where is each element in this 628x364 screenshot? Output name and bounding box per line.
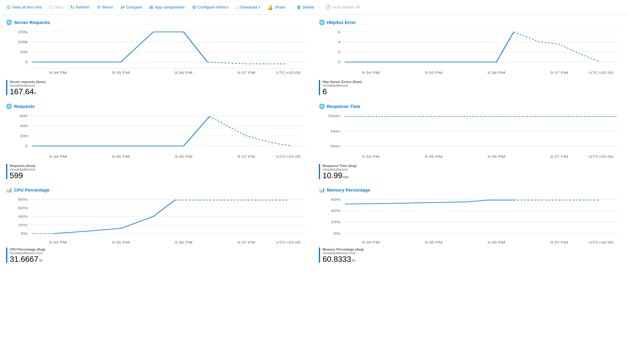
server-requests-legend: Server requests (Sum) ntnodebottleneck 1… [6,80,309,96]
delete-icon: 🗑 [297,5,301,10]
legend-bar [6,80,7,95]
svg-text:200: 200 [20,134,28,138]
svg-text:4: 4 [338,40,340,44]
view-all-icon: ⊙ [7,5,11,10]
http5xx-icon: 🌐 [319,19,325,25]
configure-metrics-btn[interactable]: ⚙ Configure metrics [189,3,232,12]
view-all-btn[interactable]: ⊙ View all test runs [4,3,45,12]
http5xx-chart: 6 4 2 0 9:34 PM 9:35 PM 9:36 PM 9:37 PM … [319,29,622,78]
share-icon: 🔔 [267,5,273,10]
svg-text:5sec: 5sec [330,129,340,133]
share-label: Share [275,5,285,9]
download-icon: ↓ [236,5,238,10]
svg-text:9:35 PM: 9:35 PM [425,71,442,75]
legend-value: 10.99sec [323,171,357,180]
legend-label: Server requests (Sum) [10,80,45,84]
svg-text:9:36 PM: 9:36 PM [175,71,192,75]
download-label: Download [239,5,257,9]
cpu-percentage-legend: CPU Percentage (Avg) ntnodebottleneck-ho… [6,248,309,264]
legend-value: 6 [323,87,362,96]
svg-text:9:34 PM: 9:34 PM [49,241,67,244]
memory-percentage-legend: Memory Percentage (Avg) ntnodebottleneck… [319,248,622,264]
svg-text:9:37 PM: 9:37 PM [550,155,568,158]
share-btn[interactable]: 🔔 Share [264,3,288,12]
svg-text:9:34 PM: 9:34 PM [49,155,67,158]
rerun-btn[interactable]: ↺ Rerun [94,3,116,12]
svg-text:UTC+02:00: UTC+02:00 [589,71,613,75]
configure-metrics-icon: ⚙ [192,5,196,10]
svg-text:9:34 PM: 9:34 PM [49,71,67,75]
response-time-chart: 10sec 5sec 0sec 9:34 PM 9:35 PM 9:36 PM … [319,113,622,161]
svg-text:9:37 PM: 9:37 PM [238,241,255,244]
refresh-label: Refresh [76,5,90,9]
svg-text:100k: 100k [17,40,28,44]
svg-text:9:34 PM: 9:34 PM [362,155,380,158]
svg-text:9:35 PM: 9:35 PM [112,71,130,75]
svg-text:9:37 PM: 9:37 PM [550,241,568,244]
legend-value: 31.6667% [10,255,45,264]
svg-text:9:37 PM: 9:37 PM [550,71,568,75]
toolbar-divider-2 [319,4,320,11]
app-components-btn[interactable]: ⊞ App components [146,3,188,12]
response-time-card: 🌐 Response Time 10sec 5sec 0sec 9:34 PM … [319,103,622,180]
memory-percentage-title: 📊 Memory Percentage [319,187,622,193]
svg-text:60%: 60% [18,206,28,210]
svg-text:20%: 20% [18,223,28,227]
download-chevron-icon: ▾ [259,5,260,9]
svg-text:2: 2 [338,50,340,54]
svg-text:40%: 40% [18,215,28,218]
memory-percentage-card: 📊 Memory Percentage 60% 40% 20% 0% 9:34 … [319,187,622,264]
stop-btn[interactable]: ☐ Stop [46,3,66,12]
svg-text:9:35 PM: 9:35 PM [425,241,442,244]
legend-bar [6,164,7,179]
svg-text:9:37 PM: 9:37 PM [238,155,255,158]
svg-text:6: 6 [338,30,340,34]
svg-text:60%: 60% [331,198,340,201]
response-time-icon: 🌐 [319,103,325,109]
memory-percentage-icon: 📊 [319,187,325,193]
legend-value: 599 [10,171,35,180]
http5xx-legend: Http Server Errors (Sum) ntnodebottlenec… [319,80,622,96]
svg-text:9:34 PM: 9:34 PM [362,71,380,75]
auto-refresh-btn[interactable]: 🕐 Auto refresh off [322,3,363,12]
http5xx-card: 🌐 Http5xx Error 6 4 2 0 9:34 PM 9:35 PM … [319,19,622,96]
toolbar-divider [291,4,291,11]
svg-text:9:35 PM: 9:35 PM [112,241,130,244]
svg-text:0: 0 [25,60,28,64]
auto-refresh-icon: 🕐 [325,5,331,10]
svg-text:80%: 80% [18,198,28,201]
svg-text:UTC+02:00: UTC+02:00 [589,155,613,158]
view-all-label: View all test runs [12,5,42,9]
download-btn[interactable]: ↓ Download ▾ [233,3,263,12]
rerun-icon: ↺ [97,5,101,10]
response-time-title: 🌐 Response Time [319,103,622,109]
svg-text:9:37 PM: 9:37 PM [238,71,255,75]
main-content: 🌐 Server Requests 150k 100k 50k 0 [0,15,628,269]
server-requests-chart: 150k 100k 50k 0 9:34 PM 9:35 PM 9:36 PM … [6,29,309,78]
requests-icon: 🌐 [6,103,12,109]
app-components-icon: ⊞ [149,5,153,10]
svg-text:600: 600 [20,114,28,118]
legend-label: Response Time (Avg) [323,164,357,168]
refresh-btn[interactable]: ↻ Refresh [67,3,93,12]
compare-label: Compare [126,5,142,9]
svg-text:9:36 PM: 9:36 PM [487,241,505,244]
delete-btn[interactable]: 🗑 Delete [294,3,317,12]
cpu-percentage-title: 📊 CPU Percentage [6,187,309,193]
server-requests-title: 🌐 Server Requests [6,19,309,25]
svg-text:0%: 0% [334,232,341,235]
cpu-percentage-card: 📊 CPU Percentage 80% 60% 40% 20% 0% 9:34… [6,187,309,264]
legend-value: 60.8333% [323,255,364,264]
refresh-icon: ↻ [70,5,74,10]
requests-title: 🌐 Requests [6,103,309,109]
stop-icon: ☐ [49,5,53,10]
cpu-percentage-icon: 📊 [6,187,12,193]
svg-text:400: 400 [20,124,28,128]
compare-btn[interactable]: ⇄ Compare [117,3,145,12]
legend-label: Requests (Sum) [10,164,35,168]
svg-text:40%: 40% [331,209,340,213]
http5xx-title: 🌐 Http5xx Error [319,19,622,25]
auto-refresh-label: Auto refresh off [333,5,360,9]
svg-text:0: 0 [25,144,28,148]
requests-card: 🌐 Requests 600 400 200 0 9:34 PM 9:35 PM… [6,103,309,180]
